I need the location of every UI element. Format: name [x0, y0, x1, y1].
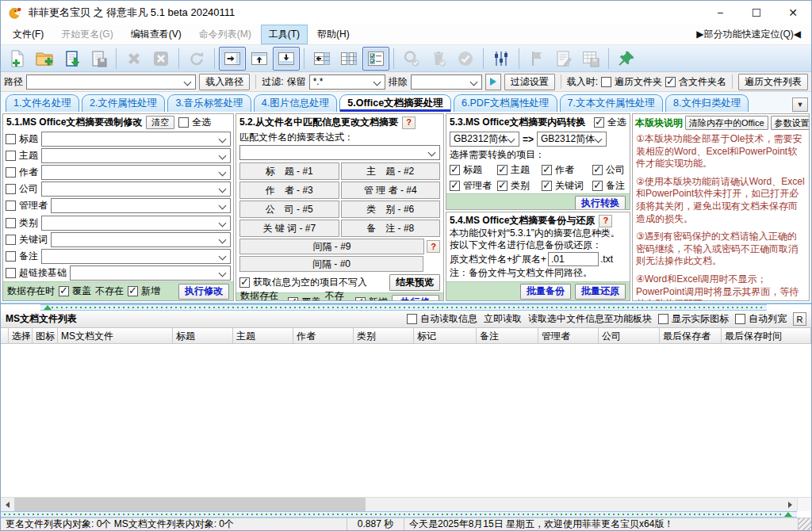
tab-4-image-info[interactable]: 4.图片信息处理 [254, 94, 337, 112]
column-header-7[interactable]: 类别 [354, 328, 414, 343]
select-all-checkbox-51[interactable]: 全选 [178, 116, 211, 129]
convert-item-checkbox-2[interactable]: 主题 [497, 163, 542, 177]
append-checkbox-51[interactable]: 新增 [128, 285, 160, 298]
column-header-12[interactable]: 最后保存者 [660, 328, 722, 343]
column-header-11[interactable]: 公司 [599, 328, 660, 343]
tab-6-pdf-attrs[interactable]: 6.PDF文档属性处理 [454, 94, 557, 112]
panel-up-button[interactable] [246, 47, 273, 71]
convert-item-checkbox-1[interactable]: 标题 [450, 163, 497, 177]
field-checkbox[interactable] [6, 235, 16, 245]
edit-note-button[interactable] [550, 47, 577, 71]
panel-down-button[interactable] [273, 47, 300, 71]
clear-box-button[interactable] [147, 47, 174, 71]
help-button-54[interactable]: ? [599, 215, 612, 227]
tab-2-file-attrs[interactable]: 2.文件属性处理 [82, 94, 165, 112]
tab-1-filename[interactable]: 1.文件名处理 [6, 94, 79, 112]
tab-overflow-dropdown[interactable]: ▼ [792, 97, 808, 112]
field-value-combobox[interactable] [51, 232, 231, 247]
menu-edit-view[interactable]: 编辑查看(V) [123, 25, 190, 44]
check-circle-button[interactable] [452, 47, 479, 71]
keep-pattern-combobox[interactable]: *.* [309, 74, 385, 90]
traverse-file-list-button[interactable]: 遍历文件列表 [738, 74, 808, 90]
include-folder-name-checkbox[interactable]: 含文件夹名 [665, 75, 726, 89]
convert-item-checkbox-5[interactable]: 管理者 [450, 179, 497, 193]
table-pane-left-button[interactable] [308, 47, 335, 71]
exclude-pattern-combobox[interactable] [411, 74, 482, 90]
new-file-button[interactable] [4, 47, 31, 71]
field-checkbox[interactable] [6, 167, 16, 178]
table-columns-button[interactable] [335, 47, 362, 71]
maximize-button[interactable]: ☐ [738, 1, 775, 25]
field-checkbox[interactable] [6, 151, 16, 161]
refresh-button[interactable] [183, 47, 210, 71]
show-real-icons-checkbox[interactable]: 显示实际图标 [658, 312, 729, 326]
convert-item-checkbox-3[interactable]: 作者 [542, 163, 592, 177]
menu-help[interactable]: 帮助(H) [309, 25, 358, 44]
execute-convert-button[interactable]: 执行转换 [575, 196, 626, 211]
scroll-left-button[interactable] [1, 498, 14, 511]
insert-tag-button-8[interactable]: 备 注 - #8 [341, 220, 441, 237]
file-table-body[interactable] [1, 344, 811, 497]
column-header-8[interactable]: 标记 [414, 328, 477, 343]
add-folder-button[interactable] [31, 47, 58, 71]
convert-item-checkbox-4[interactable]: 公司 [592, 163, 626, 177]
encoding-from-combobox[interactable]: GB2312简体 [450, 132, 519, 147]
menu-start-rename[interactable]: 开始更名(G) [53, 25, 121, 44]
column-header-13[interactable]: 最后保存时间 [722, 328, 811, 343]
field-checkbox[interactable] [6, 268, 16, 278]
tab-5-office-summary[interactable]: 5.Office文档摘要处理 [339, 94, 451, 112]
clear-office-memory-button[interactable]: 清除内存中的Office [685, 116, 768, 130]
execute-modify-button-51[interactable]: 执行修改 [178, 284, 229, 300]
auto-column-width-checkbox[interactable]: 自动列宽 [735, 312, 787, 326]
menu-command-list[interactable]: 命令列表(M) [191, 25, 259, 44]
table-save-button[interactable] [577, 47, 604, 71]
tab-8-file-classify[interactable]: 8.文件归类处理 [665, 94, 749, 112]
field-checkbox[interactable] [6, 251, 16, 262]
gap-0-button[interactable]: 间隔 - #0 [239, 256, 423, 272]
column-header-5[interactable]: 主题 [233, 328, 293, 343]
append-checkbox-52[interactable]: 新增 [355, 296, 388, 301]
minimize-button[interactable]: − [702, 1, 738, 25]
flag-button[interactable] [523, 47, 550, 71]
convert-item-checkbox-8[interactable]: 备注 [592, 179, 626, 193]
tab-3-music-tags[interactable]: 3.音乐标签处理 [167, 94, 251, 112]
column-header-10[interactable]: 管理者 [538, 328, 599, 343]
panel-splitter-top[interactable] [40, 304, 767, 311]
insert-tag-button-1[interactable]: 标 题 - #1 [239, 162, 339, 180]
field-checkbox[interactable] [6, 218, 16, 228]
batch-backup-button[interactable]: 批量备份 [520, 284, 571, 300]
column-header-6[interactable]: 作者 [293, 328, 354, 343]
scroll-right-button[interactable] [783, 498, 797, 511]
select-all-checkbox-53[interactable]: 全选 [594, 116, 626, 129]
gap-9-button[interactable]: 间隔 - #9 [239, 239, 424, 254]
convert-item-checkbox-6[interactable]: 类别 [497, 179, 542, 193]
scrollbar-track[interactable] [366, 498, 783, 511]
insert-tag-button-7[interactable]: 关 键 词 - #7 [239, 220, 339, 237]
checklist-button[interactable] [362, 47, 389, 71]
field-value-combobox[interactable] [41, 249, 231, 264]
field-value-combobox[interactable] [41, 181, 231, 197]
apply-filter-button[interactable] [485, 74, 501, 90]
menu-file[interactable]: 文件(F) [5, 25, 52, 44]
skip-empty-checkbox[interactable]: 获取信息为空的项目不写入 [239, 276, 367, 289]
overwrite-checkbox-52[interactable]: 覆盖 [288, 296, 320, 301]
menu-tools[interactable]: 工具(T) [261, 25, 308, 44]
execute-modify-button-52[interactable]: 执行修改 [392, 295, 439, 302]
overwrite-checkbox-51[interactable]: 覆盖 [59, 285, 91, 298]
field-checkbox[interactable] [6, 184, 16, 194]
field-value-combobox[interactable] [41, 132, 231, 147]
pushpin-button[interactable] [613, 47, 640, 71]
batch-restore-button[interactable]: 批量还原 [575, 284, 626, 300]
reset-columns-button[interactable]: R [793, 312, 806, 326]
field-value-combobox[interactable] [70, 266, 231, 281]
traverse-folders-checkbox[interactable]: 遍历文件夹 [601, 75, 662, 89]
load-path-button[interactable]: 载入路径 [199, 74, 250, 90]
gap-help-button[interactable]: ? [427, 240, 440, 253]
auto-read-info-checkbox[interactable]: 自动读取信息 [407, 312, 477, 326]
field-value-combobox[interactable] [41, 165, 231, 180]
read-now-link[interactable]: 立即读取 [484, 312, 522, 326]
panel-right-button[interactable] [219, 47, 246, 71]
insert-tag-button-2[interactable]: 主 题 - #2 [341, 162, 441, 180]
expression-combobox[interactable] [239, 145, 440, 160]
sliders-button[interactable] [488, 47, 515, 71]
